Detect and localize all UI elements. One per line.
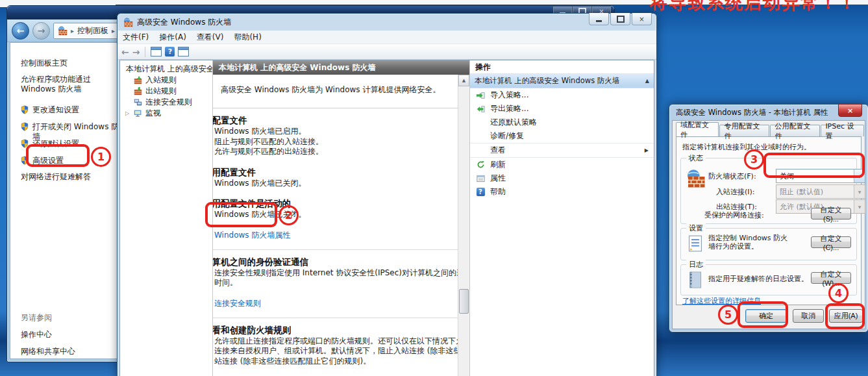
dialog-title: 高级安全 Windows 防火墙 - 本地计算机 属性 [676, 108, 828, 118]
menu-view[interactable]: 查看(V) [192, 32, 229, 43]
collapse-icon[interactable]: ▲ [645, 78, 649, 84]
tree-item-monitoring[interactable]: ▷ 监视 [120, 108, 212, 119]
scrollbar-thumb[interactable] [459, 289, 469, 314]
inbound-rules-icon [134, 76, 142, 84]
close-button[interactable]: × [838, 104, 862, 117]
sidebar-item-network-center[interactable]: 网络和共享中心 [21, 347, 75, 357]
scroll-up-icon[interactable]: ▲ [458, 75, 469, 86]
vertical-scrollbar[interactable]: ▲ [458, 75, 469, 376]
console-tree-pane: 本地计算机 上的高级安全 Win 入站规则 出站规则 连接安全规则 ▷ [120, 60, 213, 376]
tab-description: 指定将计算机连接到其企业域时的行为。 [682, 142, 811, 152]
shield-icon [21, 105, 29, 114]
settings-icon [688, 235, 703, 252]
sidebar-item-allow-program[interactable]: 允许程序或功能通过 Windows 防火墙 [21, 75, 119, 94]
dialog-body: 域配置文件 专用配置文件 公用配置文件 IPSec 设置 指定将计算机连接到其企… [672, 120, 865, 329]
dropdown-arrow-icon: ▼ [854, 185, 865, 198]
sidebar-item-troubleshoot[interactable]: 对网络进行疑难解答 [21, 172, 91, 182]
results-pane-header: 本地计算机 上的高级安全 Windows 防火墙 [213, 60, 469, 75]
action-restore-policy[interactable]: 还原默认策略 [470, 116, 654, 129]
page-top-strip [0, 0, 868, 5]
action-export-policy[interactable]: 导出策略... [470, 102, 654, 116]
minimize-button[interactable] [589, 13, 609, 25]
menu-action[interactable]: 操作(A) [154, 32, 192, 43]
sidebar-item-home[interactable]: 控制面板主页 [21, 58, 68, 68]
connection-security-rules-link[interactable]: 连接安全规则 [213, 298, 458, 309]
section-firewall-rules: 查看和创建防火墙规则 允许或阻止连接指定程序或端口的防火墙规则。还可以仅在以下情… [213, 318, 458, 376]
section-public-profile: 公用配置文件是活动的 Windows 防火墙已关闭。 Windows 防火墙属性 [213, 192, 458, 244]
action-view[interactable]: 查看 ▶ [470, 143, 654, 157]
breadcrumb-control-panel[interactable]: 控制面板 [77, 25, 108, 36]
forward-icon[interactable]: → [132, 47, 140, 56]
sidebar-item-change-notify[interactable]: 更改通知设置 [21, 105, 79, 115]
actions-pane: 操作 本地计算机 上的高级安全 Windows 防火墙 ▲ 导入策略... 导出… [470, 60, 654, 376]
properties-icon [477, 175, 485, 182]
settings-group-text: 指定控制 Windows 防火墙行为的设置。 [708, 234, 791, 251]
action-help[interactable]: ? 帮助 [470, 185, 654, 199]
section-title: 公用配置文件是活动的 [213, 197, 458, 210]
learn-more-link[interactable]: 了解这些设置的详细信息 [682, 296, 761, 306]
section-title: 查看和创建防火墙规则 [213, 324, 458, 336]
desktop: × ← → ▸ 控制面板 ▸ 系 控制面板主页 允许程序或功能通过 Window… [0, 0, 868, 376]
maximize-button[interactable] [610, 13, 630, 25]
dialog-titlebar[interactable]: 高级安全 Windows 防火墙 - 本地计算机 属性 × [669, 105, 868, 120]
help-icon: ? [477, 188, 485, 196]
close-button[interactable]: × [632, 13, 652, 25]
cancel-button[interactable]: 取消 [793, 309, 824, 323]
action-import-policy[interactable]: 导入策略... [470, 88, 654, 102]
logging-group-text: 指定用于疑难解答的日志设置。 [708, 274, 808, 284]
export-icon [476, 105, 485, 113]
customize-settings-button[interactable]: 自定义(C)... [811, 236, 851, 248]
inbound-connections-combobox: 阻止 (默认值) ▼ [776, 184, 865, 199]
section-title: 专用配置文件 [213, 166, 458, 179]
monitoring-icon [134, 109, 142, 118]
section-authentication: 计算机之间的身份验证通信 连接安全性规则指定使用 Internet 协议安全性(… [213, 249, 458, 312]
status-group-label: 状态 [686, 153, 706, 163]
tab-ipsec-settings[interactable]: IPSec 设置 [821, 125, 864, 136]
sidebar-item-advanced-settings[interactable]: 高级设置 [21, 156, 64, 166]
sidebar-item-restore-defaults[interactable]: 还原默认设置 [21, 139, 79, 149]
show-hide-action-pane-icon[interactable] [178, 47, 189, 56]
console-titlebar[interactable]: 高级安全 Windows 防火墙 × [118, 14, 656, 31]
shield-icon [21, 156, 29, 165]
tab-domain-profile[interactable]: 域配置文件 [676, 122, 719, 136]
firewall-state-combobox[interactable]: 关闭 ▼ [776, 169, 865, 183]
sidebar-item-action-center[interactable]: 操作中心 [21, 330, 52, 340]
chevron-right-icon: ▸ [112, 27, 115, 34]
tab-public-profile[interactable]: 公用配置文件 [770, 125, 820, 136]
apply-button[interactable]: 应用(A) [829, 309, 863, 323]
tab-private-profile[interactable]: 专用配置文件 [719, 125, 769, 136]
submenu-arrow-icon: ▶ [645, 147, 649, 153]
shield-icon [21, 139, 29, 148]
tree-item-root[interactable]: 本地计算机 上的高级安全 Win [120, 64, 212, 75]
windows-firewall-properties-link[interactable]: Windows 防火墙属性 [213, 230, 458, 241]
back-icon[interactable]: ← [121, 47, 129, 56]
tree-item-outbound-rules[interactable]: 出站规则 [120, 86, 212, 97]
overview-content: 高级安全 Windows 防火墙为 Windows 计算机提供网络安全。 域配置… [213, 75, 458, 376]
chevron-right-icon: ▸ [71, 27, 74, 34]
action-refresh[interactable]: 刷新 [470, 157, 654, 171]
menu-file[interactable]: 文件(F) [118, 32, 154, 43]
ok-button[interactable]: 确定 [745, 309, 787, 323]
outbound-rules-icon [134, 87, 142, 95]
action-diagnose-repair[interactable]: 诊断/修复 [470, 129, 654, 143]
connection-security-icon [134, 98, 142, 107]
show-hide-console-tree-icon[interactable] [151, 47, 162, 56]
tree-item-inbound-rules[interactable]: 入站规则 [120, 75, 212, 86]
action-properties[interactable]: 属性 [470, 171, 654, 185]
console-results-pane: 本地计算机 上的高级安全 Windows 防火墙 高级安全 Windows 防火… [213, 60, 470, 376]
back-button[interactable]: ← [12, 22, 29, 40]
logging-group-label: 日志 [686, 260, 706, 269]
forward-button[interactable]: → [32, 22, 50, 40]
settings-group-label: 设置 [686, 223, 706, 233]
actions-group-header[interactable]: 本地计算机 上的高级安全 Windows 防火墙 ▲ [470, 74, 654, 88]
tree-item-connection-security[interactable]: 连接安全规则 [120, 97, 212, 108]
menu-help[interactable]: 帮助(H) [229, 32, 266, 43]
tab-strip: 域配置文件 专用配置文件 公用配置文件 IPSec 设置 [676, 123, 865, 136]
protected-connections-label: 受保护的网络连接: [704, 210, 764, 220]
customize-logging-button[interactable]: 自定义(W)... [811, 272, 851, 284]
customize-protected-button[interactable]: 自定义(S)... [811, 208, 851, 219]
help-icon[interactable]: ? [165, 47, 175, 56]
expander-icon[interactable]: ▷ [125, 110, 130, 116]
console-toolbar: ← → ? [118, 44, 656, 60]
firewall-icon [686, 169, 706, 188]
